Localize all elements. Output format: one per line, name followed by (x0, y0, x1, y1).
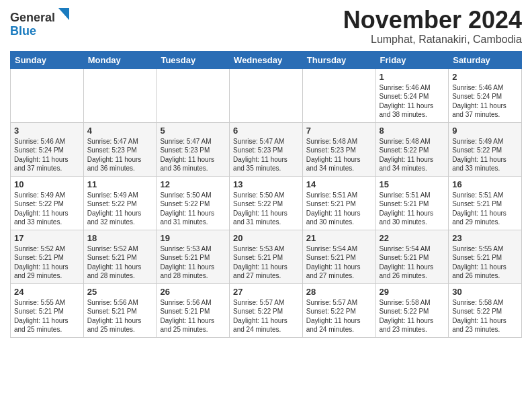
day-number: 13 (233, 179, 299, 189)
calendar-day-cell: 9Sunrise: 5:49 AMSunset: 5:22 PMDaylight… (449, 122, 522, 176)
day-number: 9 (452, 126, 518, 136)
calendar-day-cell: 30Sunrise: 5:58 AMSunset: 5:22 PMDayligh… (449, 283, 522, 337)
calendar-day-cell: 28Sunrise: 5:57 AMSunset: 5:22 PMDayligh… (302, 283, 375, 337)
calendar-day-cell: 27Sunrise: 5:57 AMSunset: 5:22 PMDayligh… (230, 283, 303, 337)
day-number: 4 (87, 126, 153, 136)
day-number: 8 (380, 126, 445, 136)
day-number: 14 (306, 179, 372, 189)
calendar-day-cell: 23Sunrise: 5:55 AMSunset: 5:21 PMDayligh… (449, 230, 522, 283)
calendar-day-header: Monday (83, 51, 157, 68)
day-info: Sunrise: 5:47 AMSunset: 5:23 PMDaylight:… (233, 137, 299, 173)
calendar-week-row: 17Sunrise: 5:52 AMSunset: 5:21 PMDayligh… (11, 230, 522, 283)
calendar-day-cell: 8Sunrise: 5:48 AMSunset: 5:22 PMDaylight… (375, 122, 449, 176)
day-number: 25 (87, 287, 153, 297)
svg-marker-1 (58, 8, 69, 20)
calendar-day-cell: 4Sunrise: 5:47 AMSunset: 5:23 PMDaylight… (83, 122, 157, 176)
day-info: Sunrise: 5:52 AMSunset: 5:21 PMDaylight:… (87, 244, 153, 281)
day-info: Sunrise: 5:47 AMSunset: 5:23 PMDaylight:… (87, 137, 153, 173)
day-number: 21 (306, 233, 372, 243)
day-info: Sunrise: 5:51 AMSunset: 5:21 PMDaylight:… (380, 191, 445, 227)
calendar-week-row: 10Sunrise: 5:49 AMSunset: 5:22 PMDayligh… (11, 176, 522, 230)
day-number: 27 (233, 287, 299, 297)
day-info: Sunrise: 5:53 AMSunset: 5:21 PMDaylight:… (160, 244, 226, 281)
calendar-day-header: Saturday (449, 51, 522, 68)
day-number: 16 (452, 179, 518, 189)
calendar-day-cell: 22Sunrise: 5:54 AMSunset: 5:21 PMDayligh… (375, 230, 449, 283)
month-title: November 2024 (343, 7, 522, 34)
day-number: 12 (160, 179, 226, 189)
day-info: Sunrise: 5:55 AMSunset: 5:21 PMDaylight:… (14, 298, 80, 334)
day-info: Sunrise: 5:49 AMSunset: 5:22 PMDaylight:… (14, 191, 80, 227)
calendar-day-cell: 16Sunrise: 5:51 AMSunset: 5:21 PMDayligh… (449, 176, 522, 230)
day-number: 23 (452, 233, 518, 243)
logo-svg: General Blue (10, 7, 71, 39)
day-info: Sunrise: 5:56 AMSunset: 5:21 PMDaylight:… (160, 298, 226, 334)
calendar-day-header: Thursday (302, 51, 375, 68)
calendar-day-cell: 1Sunrise: 5:46 AMSunset: 5:24 PMDaylight… (375, 68, 449, 122)
calendar-day-header: Sunday (11, 51, 84, 68)
calendar-table: SundayMondayTuesdayWednesdayThursdayFrid… (10, 51, 522, 338)
day-info: Sunrise: 5:58 AMSunset: 5:22 PMDaylight:… (452, 298, 518, 334)
calendar-day-cell: 19Sunrise: 5:53 AMSunset: 5:21 PMDayligh… (157, 230, 230, 283)
day-info: Sunrise: 5:57 AMSunset: 5:22 PMDaylight:… (306, 298, 372, 334)
calendar-day-cell (157, 68, 230, 122)
day-info: Sunrise: 5:46 AMSunset: 5:24 PMDaylight:… (380, 83, 445, 120)
day-number: 15 (380, 179, 445, 189)
day-number: 29 (380, 287, 445, 297)
calendar-header-row: SundayMondayTuesdayWednesdayThursdayFrid… (11, 51, 522, 68)
day-info: Sunrise: 5:50 AMSunset: 5:22 PMDaylight:… (233, 191, 299, 227)
calendar-day-cell: 12Sunrise: 5:50 AMSunset: 5:22 PMDayligh… (157, 176, 230, 230)
page: General Blue November 2024 Lumphat, Rata… (0, 0, 532, 348)
day-number: 1 (380, 72, 445, 82)
calendar-day-cell: 15Sunrise: 5:51 AMSunset: 5:21 PMDayligh… (375, 176, 449, 230)
calendar-day-cell: 7Sunrise: 5:48 AMSunset: 5:23 PMDaylight… (302, 122, 375, 176)
day-info: Sunrise: 5:46 AMSunset: 5:24 PMDaylight:… (14, 137, 80, 173)
day-info: Sunrise: 5:55 AMSunset: 5:21 PMDaylight:… (452, 244, 518, 281)
calendar-day-cell: 6Sunrise: 5:47 AMSunset: 5:23 PMDaylight… (230, 122, 303, 176)
day-info: Sunrise: 5:51 AMSunset: 5:21 PMDaylight:… (306, 191, 372, 227)
day-number: 11 (87, 179, 153, 189)
calendar-day-cell: 3Sunrise: 5:46 AMSunset: 5:24 PMDaylight… (11, 122, 84, 176)
day-number: 7 (306, 126, 372, 136)
location-subtitle: Lumphat, Ratanakiri, Cambodia (343, 34, 522, 46)
day-number: 28 (306, 287, 372, 297)
day-info: Sunrise: 5:46 AMSunset: 5:24 PMDaylight:… (452, 83, 518, 120)
day-info: Sunrise: 5:54 AMSunset: 5:21 PMDaylight:… (306, 244, 372, 281)
calendar-day-cell: 29Sunrise: 5:58 AMSunset: 5:22 PMDayligh… (375, 283, 449, 337)
day-info: Sunrise: 5:57 AMSunset: 5:22 PMDaylight:… (233, 298, 299, 334)
calendar-week-row: 24Sunrise: 5:55 AMSunset: 5:21 PMDayligh… (11, 283, 522, 337)
calendar-day-cell: 21Sunrise: 5:54 AMSunset: 5:21 PMDayligh… (302, 230, 375, 283)
day-number: 22 (380, 233, 445, 243)
calendar-day-cell: 5Sunrise: 5:47 AMSunset: 5:23 PMDaylight… (157, 122, 230, 176)
day-number: 5 (160, 126, 226, 136)
calendar-day-header: Friday (375, 51, 449, 68)
title-block: November 2024 Lumphat, Ratanakiri, Cambo… (343, 7, 522, 46)
day-number: 30 (452, 287, 518, 297)
calendar-day-cell: 13Sunrise: 5:50 AMSunset: 5:22 PMDayligh… (230, 176, 303, 230)
day-info: Sunrise: 5:56 AMSunset: 5:21 PMDaylight:… (87, 298, 153, 334)
calendar-day-cell: 18Sunrise: 5:52 AMSunset: 5:21 PMDayligh… (83, 230, 157, 283)
day-info: Sunrise: 5:48 AMSunset: 5:23 PMDaylight:… (306, 137, 372, 173)
calendar-day-cell: 25Sunrise: 5:56 AMSunset: 5:21 PMDayligh… (83, 283, 157, 337)
day-info: Sunrise: 5:48 AMSunset: 5:22 PMDaylight:… (380, 137, 445, 173)
calendar-day-cell (83, 68, 157, 122)
day-info: Sunrise: 5:58 AMSunset: 5:22 PMDaylight:… (380, 298, 445, 334)
day-info: Sunrise: 5:52 AMSunset: 5:21 PMDaylight:… (14, 244, 80, 281)
day-number: 6 (233, 126, 299, 136)
day-info: Sunrise: 5:54 AMSunset: 5:21 PMDaylight:… (380, 244, 445, 281)
calendar-day-cell: 26Sunrise: 5:56 AMSunset: 5:21 PMDayligh… (157, 283, 230, 337)
day-number: 10 (14, 179, 80, 189)
svg-text:Blue: Blue (10, 24, 36, 38)
svg-text:General: General (10, 11, 55, 24)
day-info: Sunrise: 5:51 AMSunset: 5:21 PMDaylight:… (452, 191, 518, 227)
header: General Blue November 2024 Lumphat, Rata… (10, 7, 522, 46)
logo: General Blue (10, 7, 71, 39)
calendar-day-cell: 10Sunrise: 5:49 AMSunset: 5:22 PMDayligh… (11, 176, 84, 230)
calendar-day-cell: 14Sunrise: 5:51 AMSunset: 5:21 PMDayligh… (302, 176, 375, 230)
calendar-day-cell: 11Sunrise: 5:49 AMSunset: 5:22 PMDayligh… (83, 176, 157, 230)
day-number: 3 (14, 126, 80, 136)
calendar-day-cell: 24Sunrise: 5:55 AMSunset: 5:21 PMDayligh… (11, 283, 84, 337)
calendar-day-cell: 17Sunrise: 5:52 AMSunset: 5:21 PMDayligh… (11, 230, 84, 283)
day-number: 26 (160, 287, 226, 297)
day-number: 20 (233, 233, 299, 243)
